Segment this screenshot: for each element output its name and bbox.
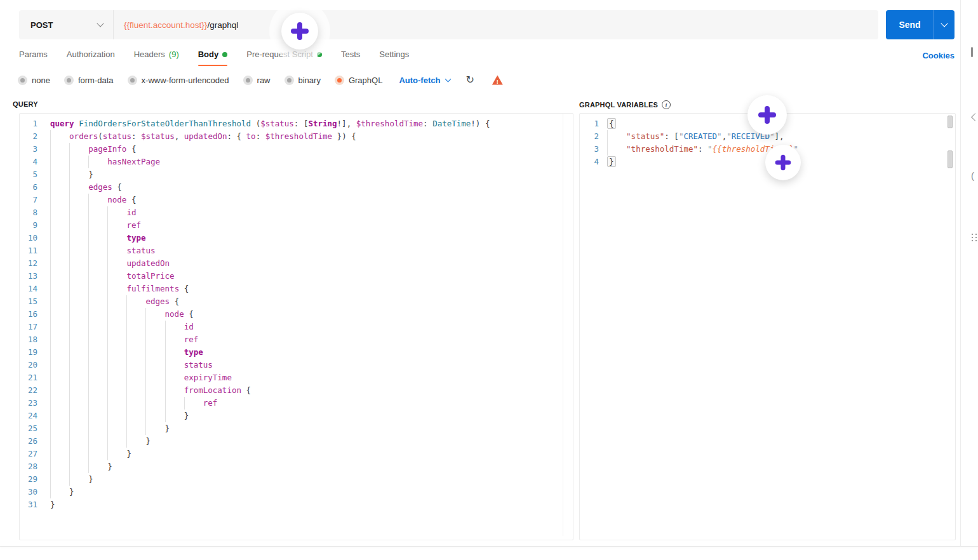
code-token: node (107, 195, 126, 204)
query-code-line: } (50, 473, 490, 486)
tab-params[interactable]: Params (19, 50, 48, 66)
code-token: edges (88, 182, 112, 192)
body-type-label: GraphQL (349, 76, 382, 85)
floating-add-button-variables-lower[interactable] (765, 145, 801, 180)
indent-guide (126, 410, 145, 422)
scrollbar-thumb[interactable] (948, 116, 953, 128)
indent-guide (107, 321, 126, 333)
code-token: $status (141, 131, 175, 141)
indent-guide (165, 397, 184, 410)
code-token: fulfilments (126, 284, 179, 293)
url-input[interactable]: {{fluent.account.host}}/graphql (113, 10, 878, 39)
body-type-binary[interactable]: binary (285, 76, 321, 85)
comments-icon[interactable] (971, 113, 978, 121)
indent-guide (69, 410, 88, 422)
indent-guide (145, 410, 164, 422)
indent-guide (126, 308, 145, 321)
tab-authorization[interactable]: Authorization (67, 50, 115, 66)
query-code-area[interactable]: query FindOrdersForStateOlderThanThresho… (50, 117, 490, 511)
query-line-number: 3 (20, 143, 37, 156)
indent-guide (107, 371, 126, 384)
refresh-schema-icon[interactable]: ↻ (466, 75, 474, 85)
indent-guide (88, 346, 107, 359)
tab-tests[interactable]: Tests (341, 50, 360, 66)
plus-icon (775, 155, 791, 171)
tab-count-badge: (9) (169, 50, 179, 59)
code-token: { (126, 195, 136, 204)
floating-add-button-variables-upper[interactable] (747, 95, 787, 135)
graphql-variables-editor[interactable]: 1234 {"status": ["CREATED","RECEIVED"],"… (579, 113, 956, 540)
query-code-line: status (50, 244, 490, 257)
variables-line-number-gutter: 1234 (580, 117, 599, 168)
indent-guide (69, 435, 88, 448)
indent-guide (69, 321, 88, 333)
send-button[interactable]: Send (886, 10, 934, 39)
body-type-label: binary (298, 76, 321, 85)
body-type-label: raw (257, 76, 271, 85)
indent-guide (88, 410, 107, 422)
tab-body[interactable]: Body (198, 50, 228, 66)
code-token: !) { (471, 119, 490, 128)
indent-guide (50, 460, 69, 473)
indent-guide (107, 333, 126, 346)
query-code-line: status (50, 359, 490, 371)
indent-guide (88, 460, 107, 473)
fold-marker[interactable]: } (607, 156, 616, 167)
grip-dots-icon[interactable] (972, 234, 973, 235)
indent-guide (107, 448, 126, 460)
query-code-line: edges { (50, 181, 490, 194)
indent-guide (88, 206, 107, 219)
indent-guide (184, 397, 203, 410)
tab-headers[interactable]: Headers(9) (134, 50, 179, 66)
cookies-link[interactable]: Cookies (922, 51, 955, 60)
fold-marker[interactable]: { (607, 118, 616, 129)
url-path: /graphql (207, 20, 238, 30)
code-token: $thresholdTime (265, 131, 332, 141)
url-environment-variable: {{fluent.account.host}} (124, 20, 207, 30)
code-token: { (112, 182, 122, 192)
body-type-none[interactable]: none (18, 76, 50, 85)
info-icon[interactable]: i (662, 100, 671, 109)
indent-guide (165, 384, 184, 397)
body-type-raw[interactable]: raw (243, 76, 271, 85)
code-token: node (165, 309, 184, 319)
body-type-x-www-form-urlencoded[interactable]: x-www-form-urlencoded (128, 76, 229, 85)
body-type-form-data[interactable]: form-data (64, 76, 114, 85)
warning-icon[interactable] (492, 76, 503, 85)
documentation-icon[interactable] (971, 47, 973, 57)
indent-guide (165, 371, 184, 384)
query-line-number: 13 (20, 270, 37, 283)
floating-add-button-top[interactable] (281, 13, 318, 50)
body-type-graphql[interactable]: GraphQL (335, 76, 382, 85)
code-snippet-icon[interactable]: ( (971, 170, 974, 181)
scrollbar-thumb[interactable] (948, 150, 953, 168)
indent-guide (69, 168, 88, 181)
tab-settings[interactable]: Settings (379, 50, 409, 66)
radio-icon (285, 76, 294, 85)
send-options-button[interactable] (934, 10, 955, 39)
graphql-query-editor[interactable]: 1234567891011121314151617181920212223242… (19, 113, 573, 540)
code-token: type (184, 347, 203, 357)
indent-guide (107, 257, 126, 270)
query-code-line: query FindOrdersForStateOlderThanThresho… (50, 117, 490, 130)
indent-guide (69, 143, 88, 156)
query-code-line: ref (50, 219, 490, 232)
indent-guide (88, 219, 107, 232)
code-token: String (308, 119, 337, 128)
query-line-number: 9 (20, 219, 37, 232)
query-line-number: 4 (20, 156, 37, 168)
query-code-line: } (50, 486, 490, 498)
query-line-number: 26 (20, 435, 37, 448)
indent-guide (126, 359, 145, 371)
autofetch-button[interactable]: Auto-fetch (399, 76, 450, 85)
indent-guide (69, 359, 88, 371)
code-token: : (256, 131, 265, 141)
query-code-line: fromLocation { (50, 384, 490, 397)
indent-guide (88, 397, 107, 410)
indent-guide (165, 346, 184, 359)
code-token: { (179, 284, 189, 293)
method-select[interactable]: POST (19, 10, 113, 39)
code-token: DateTime (432, 119, 471, 128)
indent-guide (50, 321, 69, 333)
indent-guide (69, 181, 88, 194)
